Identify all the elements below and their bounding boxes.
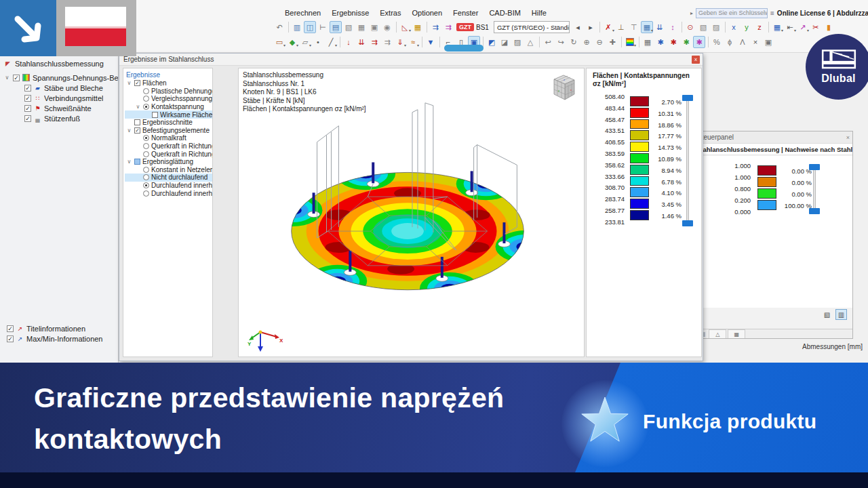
split-view-icon[interactable]: ◫	[304, 21, 316, 33]
view-xz-icon[interactable]: ◪	[498, 36, 511, 48]
view-xy-icon[interactable]: ◩	[486, 36, 498, 48]
results-option-nicht-durchlaufend[interactable]: Nicht durchlaufend	[125, 174, 212, 182]
graphics-view[interactable]: StahlanschlussbemessungStahlanschluss Nr…	[238, 68, 585, 357]
mesh-settings-icon[interactable]: ▦	[641, 21, 653, 33]
undo-icon[interactable]: ↶	[273, 21, 285, 33]
control-panel-close-icon[interactable]: ×	[846, 134, 850, 141]
fe-nodes-icon[interactable]: ✱	[654, 36, 667, 48]
result-iso-icon[interactable]: ✱	[693, 36, 705, 48]
area-select-icon[interactable]: ◺	[399, 21, 411, 33]
radio-button[interactable]	[143, 104, 149, 110]
generated-load-icon[interactable]: ⇓	[394, 36, 406, 48]
checkbox[interactable]: ✓	[134, 127, 140, 134]
dim-z-icon[interactable]: z	[753, 21, 766, 33]
render-mode-icon[interactable]: ◉	[381, 21, 393, 33]
phi-icon[interactable]: ϕ	[724, 36, 736, 48]
scroll-thumb[interactable]	[444, 45, 484, 52]
navigator-item[interactable]: ✓▰Stäbe und Bleche	[4, 83, 118, 93]
navigator-item[interactable]: ✓∷Verbindungsmittel	[4, 93, 118, 103]
radio-button[interactable]	[143, 151, 149, 157]
wall-tool-icon[interactable]: ▭	[273, 36, 285, 48]
node-tool-icon[interactable]: •	[312, 36, 324, 48]
radio-button[interactable]	[143, 96, 149, 102]
radio-button[interactable]	[143, 135, 149, 141]
checkbox[interactable]: ✓	[24, 115, 31, 122]
opening-tool-icon[interactable]: ▱	[299, 36, 311, 48]
results-option-durchlaufend-innerhalb-aller-fl-ch[interactable]: Durchlaufend innerhalb aller Fläch...	[125, 189, 212, 197]
panel-settings-button[interactable]: ▧	[821, 309, 833, 320]
chevron-down-icon[interactable]: ∨	[4, 75, 10, 81]
navigator-footer-item[interactable]: ✓↗Max/Min-Informationen	[7, 333, 103, 344]
radio-button[interactable]	[143, 167, 149, 173]
result-scale-icon[interactable]	[624, 36, 636, 48]
box-select-icon[interactable]: ▣	[762, 36, 774, 48]
table-gen-icon[interactable]: ▦	[412, 21, 424, 33]
loadcase-magenta-icon[interactable]: ⇉	[442, 21, 454, 33]
panel-slider-track[interactable]	[813, 167, 816, 212]
checkbox[interactable]: ✓	[7, 336, 14, 342]
line-load-icon[interactable]: ⇊	[355, 36, 368, 48]
support-icon[interactable]: ⊥	[615, 21, 627, 33]
panel-slider-handle-bottom[interactable]	[809, 208, 820, 214]
section-tool-icon[interactable]: ⊢	[317, 21, 329, 33]
preview-icon[interactable]: ▧	[342, 21, 355, 33]
dialog-close-icon[interactable]: x	[692, 56, 700, 64]
results-option-querkraft-in-richtung-y[interactable]: Querkraft in Richtung y	[125, 142, 212, 150]
chevron-down-icon[interactable]: ∨	[126, 127, 132, 134]
display-props-icon[interactable]: ▣	[368, 21, 380, 33]
checkbox[interactable]	[134, 119, 140, 125]
search-input[interactable]: Geben Sie ein Schlüsselwort ein (Alt...	[696, 8, 768, 18]
navigator-item[interactable]: ∨✓Spannungs-Dehnungs-Berechnung	[4, 73, 118, 83]
delete-icon[interactable]: ×	[749, 36, 762, 48]
results-option-fl-chen[interactable]: ∨✓Flächen	[125, 79, 212, 87]
menu-optionen[interactable]: Optionen	[406, 9, 448, 19]
checkbox[interactable]	[134, 159, 140, 165]
panel-slider-handle-top[interactable]	[809, 164, 820, 170]
dim-y-icon[interactable]: y	[741, 21, 753, 33]
navigation-cube-icon[interactable]: z y x	[547, 73, 578, 104]
results-option-kontaktspannung[interactable]: ∨Kontaktspannung	[125, 103, 212, 111]
dim-x-icon[interactable]: x	[728, 21, 740, 33]
radio-button[interactable]	[143, 88, 149, 94]
rotate-view-icon[interactable]: ↻	[568, 36, 580, 48]
keyword-list-icon[interactable]: ≡	[770, 9, 774, 17]
chevron-down-icon[interactable]: ∨	[126, 80, 132, 86]
chevron-down-icon[interactable]: ∨	[135, 104, 141, 110]
results-option-durchlaufend-innerhalb-von-fl-ch[interactable]: Durchlaufend innerhalb von Fläch...	[125, 182, 212, 190]
tab-factors[interactable]: ▦	[728, 329, 745, 338]
results-on-icon[interactable]: ⇊	[654, 21, 666, 33]
legend-slider-track[interactable]	[686, 98, 689, 224]
pan-icon[interactable]: ✚	[606, 36, 618, 48]
comment-icon[interactable]: ▮	[823, 21, 835, 33]
result-values-icon[interactable]: ✱	[667, 36, 679, 48]
zoom-out-icon[interactable]: ⊖	[593, 36, 606, 48]
results-option-wirksame-fl-che[interactable]: Wirksame Fläche	[125, 110, 212, 119]
vector-tool-icon[interactable]: ↗	[797, 21, 809, 33]
percent-icon[interactable]: %	[711, 36, 723, 48]
results-option-plastische-dehnungen[interactable]: Plastische Dehnungen	[125, 87, 212, 96]
isometric-icon[interactable]: △	[524, 36, 536, 48]
checkbox[interactable]: ✓	[134, 80, 140, 86]
view-yz-icon[interactable]: ▨	[511, 36, 524, 48]
temperature-load-icon[interactable]: ≈	[407, 36, 419, 48]
combination-icon[interactable]: ↕	[667, 21, 679, 33]
surface-tool-icon[interactable]: ◆	[286, 36, 298, 48]
checkbox[interactable]: ✓	[24, 95, 31, 102]
table-window-icon[interactable]: ▥	[291, 21, 303, 33]
radio-button[interactable]	[143, 190, 149, 197]
free-load-icon[interactable]: ⇉	[381, 36, 393, 48]
menu-extras[interactable]: Extras	[374, 9, 406, 19]
checkbox[interactable]: ✓	[7, 325, 14, 332]
member-tool-icon[interactable]: ╱	[325, 36, 337, 48]
case-prev-icon[interactable]: ◂	[572, 21, 584, 33]
fe-mesh-icon[interactable]: ▦	[642, 36, 654, 48]
dimension-icon[interactable]: ⇤	[784, 21, 796, 33]
find-icon[interactable]: ⊙	[684, 21, 696, 33]
radio-button[interactable]	[143, 174, 149, 180]
filter-icon[interactable]: ▼	[425, 36, 437, 48]
lambda-icon[interactable]: Λ	[736, 36, 749, 48]
menu-cadbim[interactable]: CAD-BIM	[484, 9, 526, 19]
zoom-in-icon[interactable]: ⊕	[580, 36, 593, 48]
checkbox[interactable]	[152, 112, 158, 118]
menu-hilfe[interactable]: Hilfe	[526, 9, 552, 19]
